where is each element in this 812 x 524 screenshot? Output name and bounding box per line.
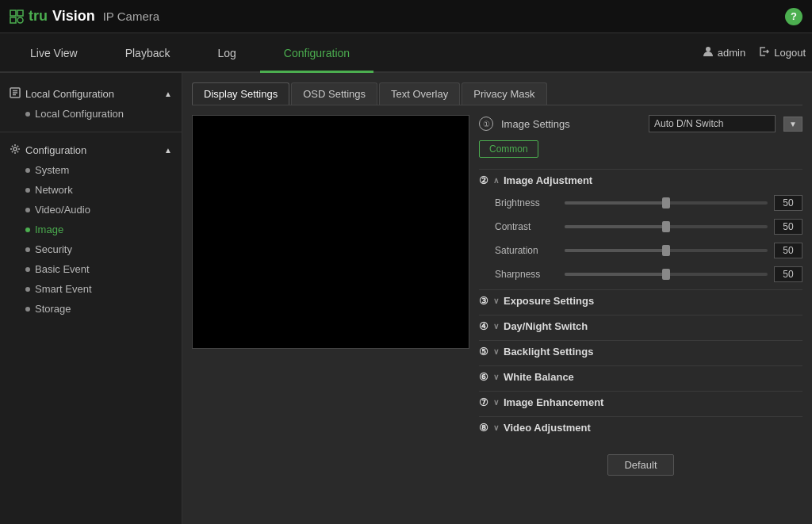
sidebar: Local Configuration ▲ Local Configuratio… [0,73,182,524]
main-layout: Local Configuration ▲ Local Configuratio… [0,73,812,524]
local-config-icon [10,87,21,101]
white-balance-number: ⑥ [479,371,488,383]
camera-preview [192,115,469,349]
network-label: Network [35,184,73,196]
contrast-value: 50 [774,219,802,235]
brightness-fill [565,201,666,205]
sidebar-item-storage[interactable]: Storage [10,299,172,319]
tab-osd-settings[interactable]: OSD Settings [291,82,377,105]
sidebar-item-smart-event[interactable]: Smart Event [10,279,172,299]
image-enhancement-label: Image Enhancement [504,396,603,408]
sidebar-item-local-config[interactable]: Local Configuration [10,104,172,124]
contrast-label: Contrast [495,221,558,232]
security-label: Security [35,243,72,255]
config-section: Configuration ▲ System Network Video/Aud… [0,136,182,323]
common-button[interactable]: Common [479,140,538,158]
saturation-label: Saturation [495,245,558,256]
image-enhancement-number: ⑦ [479,396,488,408]
image-adjustment-chevron: ∧ [493,176,499,185]
backlight-number: ⑤ [479,346,488,358]
video-audio-label: Video/Audio [35,204,90,216]
tab-privacy-mask[interactable]: Privacy Mask [462,82,546,105]
app-header: truVision IP Camera ? [0,0,812,33]
video-audio-dot [25,208,30,212]
config-icon [10,143,21,157]
system-label: System [35,164,69,176]
image-settings-label: Image Settings [501,118,641,130]
saturation-track[interactable] [565,249,768,252]
section-exposure[interactable]: ③ ∨ Exposure Settings [479,289,802,312]
config-section-arrow: ▲ [164,146,172,155]
section-image-enhancement[interactable]: ⑦ ∨ Image Enhancement [479,391,802,413]
storage-dot [25,307,30,312]
logout-label: Logout [774,47,806,59]
brightness-value: 50 [774,195,802,211]
video-adjustment-number: ⑧ [479,422,488,434]
contrast-fill [565,225,666,228]
image-label: Image [35,224,63,235]
nav-log[interactable]: Log [193,35,259,73]
user-info: admin [702,45,745,60]
sharpness-label: Sharpness [495,269,558,280]
header-right: ? [785,8,802,25]
section-backlight[interactable]: ⑤ ∨ Backlight Settings [479,340,802,362]
help-button[interactable]: ? [785,8,802,25]
svg-point-6 [13,147,17,151]
main-content: Display Settings OSD Settings Text Overl… [182,73,812,524]
brightness-thumb[interactable] [662,197,670,208]
nav-live-view[interactable]: Live View [6,35,102,73]
user-icon [702,45,714,60]
sharpness-track[interactable] [565,273,768,276]
tab-display-settings[interactable]: Display Settings [192,82,289,105]
saturation-fill [565,249,666,252]
contrast-track[interactable] [565,225,768,228]
smart-event-label: Smart Event [35,283,92,295]
svg-rect-1 [17,10,23,16]
basic-event-dot [25,267,30,272]
saturation-thumb[interactable] [662,245,670,256]
section-image-adjustment[interactable]: ② ∧ Image Adjustment [479,169,802,191]
sharpness-thumb[interactable] [662,269,670,280]
dropdown-arrow-btn[interactable]: ▼ [783,117,802,132]
sharpness-value: 50 [774,266,802,282]
config-section-header[interactable]: Configuration ▲ [10,140,172,160]
brightness-track[interactable] [565,201,768,205]
section-day-night[interactable]: ④ ∨ Day/Night Switch [479,315,802,337]
logo-text-vision: Vision [52,8,95,25]
brightness-row: Brightness 50 [479,191,802,215]
nav-playback[interactable]: Playback [102,35,194,73]
nav-configuration[interactable]: Configuration [260,35,373,73]
image-settings-row: ① Image Settings Auto D/N Switch Day Nig… [479,115,802,132]
svg-point-3 [17,17,23,23]
sharpness-fill [565,273,666,276]
logo-subtitle: IP Camera [103,10,159,23]
app-logo: truVision IP Camera [10,8,159,25]
svg-rect-0 [10,10,16,16]
sidebar-item-video-audio[interactable]: Video/Audio [10,200,172,220]
config-section-label: Configuration [25,144,86,156]
white-balance-label: White Balance [504,371,574,383]
logo-icon [10,9,24,24]
logout-button[interactable]: Logout [758,45,806,60]
svg-point-4 [706,47,710,52]
default-button[interactable]: Default [607,454,673,476]
exposure-label: Exposure Settings [504,295,594,307]
local-config-header[interactable]: Local Configuration ▲ [10,84,172,104]
sidebar-item-security[interactable]: Security [10,239,172,259]
exposure-chevron: ∨ [493,296,499,305]
day-night-label: Day/Night Switch [504,320,588,332]
section-video-adjustment[interactable]: ⑧ ∨ Video Adjustment [479,416,802,438]
sidebar-item-basic-event[interactable]: Basic Event [10,259,172,279]
sidebar-divider [0,132,182,132]
day-night-chevron: ∨ [493,322,499,331]
tab-text-overlay[interactable]: Text Overlay [379,82,460,105]
storage-label: Storage [35,303,71,315]
image-settings-select[interactable]: Auto D/N Switch Day Night [649,115,776,132]
day-night-number: ④ [479,320,488,332]
section-white-balance[interactable]: ⑥ ∨ White Balance [479,365,802,388]
contrast-thumb[interactable] [662,221,670,232]
sidebar-item-image[interactable]: Image [10,220,172,239]
sidebar-item-network[interactable]: Network [10,180,172,200]
sub-tab-bar: Display Settings OSD Settings Text Overl… [192,82,802,105]
sidebar-item-system[interactable]: System [10,160,172,180]
